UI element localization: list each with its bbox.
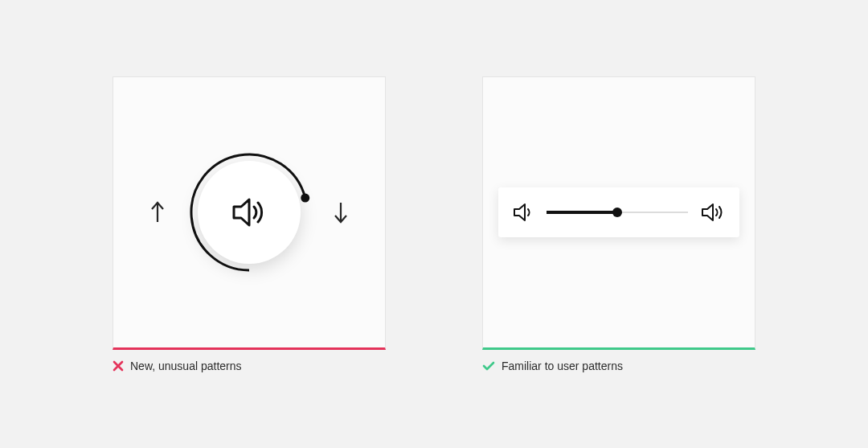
cross-icon (113, 360, 124, 372)
volume-dial[interactable] (186, 150, 312, 275)
radial-volume-control (148, 150, 350, 275)
dial-knob[interactable] (198, 161, 301, 264)
bad-example: New, unusual patterns (113, 76, 386, 372)
arrow-up-icon[interactable] (148, 199, 167, 225)
good-caption-row: Familiar to user patterns (482, 360, 755, 372)
arrow-down-icon[interactable] (331, 199, 350, 225)
svg-point-1 (301, 193, 309, 202)
volume-slider-panel (498, 187, 739, 237)
check-icon (482, 360, 495, 372)
bad-caption-row: New, unusual patterns (113, 360, 386, 372)
good-caption-text: Familiar to user patterns (502, 360, 623, 372)
speaker-low-icon (511, 200, 535, 224)
bad-caption-text: New, unusual patterns (130, 360, 242, 372)
slider-track-fill (547, 211, 617, 214)
good-card (482, 76, 755, 350)
good-example: Familiar to user patterns (482, 76, 755, 372)
bad-card (113, 76, 386, 350)
svg-marker-2 (234, 199, 249, 225)
svg-marker-7 (702, 204, 713, 220)
slider-thumb[interactable] (612, 208, 622, 217)
speaker-loud-icon (699, 200, 727, 224)
svg-marker-6 (514, 204, 525, 220)
volume-slider[interactable] (547, 211, 688, 214)
speaker-loud-icon (227, 191, 271, 234)
